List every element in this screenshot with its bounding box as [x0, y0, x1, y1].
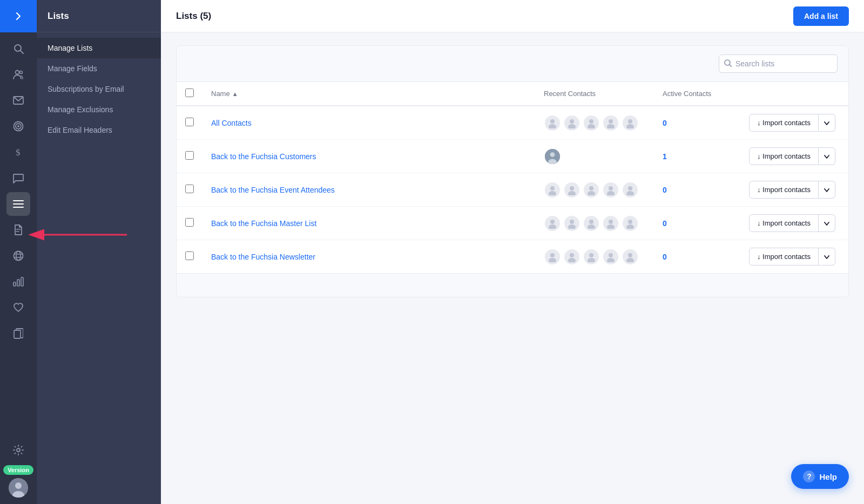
svg-point-50: [626, 191, 634, 195]
gear-nav-icon[interactable]: [6, 438, 30, 462]
help-button[interactable]: ? Help: [791, 464, 849, 489]
chat-nav-icon[interactable]: [6, 166, 30, 190]
nav-toggle[interactable]: [0, 0, 37, 32]
header-checkbox-col: [177, 82, 202, 106]
add-list-button[interactable]: Add a list: [793, 6, 849, 26]
row-checkbox[interactable]: [185, 251, 194, 260]
mail-nav-icon[interactable]: [6, 88, 30, 112]
row-checkbox-cell: [177, 106, 202, 140]
import-contacts-button[interactable]: ↓ Import contacts: [749, 248, 819, 265]
sidebar-item-edit-email-headers[interactable]: Edit Email Headers: [37, 120, 161, 140]
sidebar-item-manage-lists[interactable]: Manage Lists: [37, 38, 161, 58]
svg-point-60: [626, 224, 634, 229]
row-checkbox[interactable]: [185, 185, 194, 193]
icon-bar-bottom: Version: [3, 438, 33, 504]
svg-point-62: [549, 258, 556, 262]
globe-nav-icon[interactable]: [6, 244, 30, 268]
import-dropdown-button[interactable]: [819, 214, 835, 232]
svg-point-35: [607, 124, 615, 128]
active-contacts-cell: 0: [654, 173, 740, 207]
avatars-row: [544, 181, 645, 199]
sidebar-title: Lists: [48, 11, 69, 22]
avatar-placeholder: [583, 215, 600, 232]
lists-table-container: Name ▲ Recent Contacts Active Contacts A…: [176, 45, 849, 297]
list-name-link[interactable]: Back to the Fuchsia Event Attendees: [211, 186, 335, 194]
svg-point-47: [609, 186, 613, 190]
help-label: Help: [819, 472, 837, 481]
avatars-row: [544, 248, 645, 265]
header-recent-col: Recent Contacts: [535, 82, 654, 106]
svg-point-22: [17, 448, 20, 452]
list-name-cell: Back to the Fuchsia Master List: [202, 207, 535, 240]
chart-nav-icon[interactable]: [6, 270, 30, 294]
sidebar-item-subscriptions-by-email[interactable]: Subscriptions by Email: [37, 79, 161, 99]
svg-point-33: [588, 124, 595, 128]
user-avatar[interactable]: [9, 478, 28, 498]
svg-point-64: [568, 258, 576, 262]
svg-point-24: [15, 482, 22, 489]
row-checkbox-cell: [177, 173, 202, 207]
recent-contacts-cell: [535, 207, 654, 240]
import-contacts-button[interactable]: ↓ Import contacts: [749, 147, 819, 165]
list-name-link[interactable]: Back to the Fuchsia Master List: [211, 219, 316, 228]
sidebar-header: Lists: [37, 0, 161, 32]
sidebar-item-manage-exclusions[interactable]: Manage Exclusions: [37, 99, 161, 120]
import-btn-wrap: ↓ Import contacts: [749, 147, 840, 165]
sidebar: Lists Manage Lists Manage Fields Subscri…: [37, 0, 161, 504]
svg-rect-18: [14, 282, 16, 286]
table-row: Back to the Fuchsia Newsletter0↓ Import …: [177, 240, 848, 274]
recent-contacts-cell: [535, 106, 654, 140]
import-dropdown-button[interactable]: [819, 114, 835, 132]
main-content: Lists (5) Add a list N: [161, 0, 864, 504]
import-btn-wrap: ↓ Import contacts: [749, 114, 840, 132]
svg-point-58: [607, 224, 615, 229]
dollar-nav-icon[interactable]: $: [6, 140, 30, 164]
recent-contacts-cell: [535, 240, 654, 274]
svg-rect-20: [21, 277, 23, 286]
list-name-link[interactable]: Back to the Fuchsia Customers: [211, 152, 316, 161]
copy-nav-icon[interactable]: [6, 322, 30, 345]
search-nav-icon[interactable]: [6, 37, 30, 60]
row-checkbox[interactable]: [185, 118, 194, 126]
heart-nav-icon[interactable]: [6, 296, 30, 319]
row-checkbox[interactable]: [185, 151, 194, 160]
action-cell: ↓ Import contacts: [740, 140, 848, 173]
sidebar-item-manage-fields[interactable]: Manage Fields: [37, 58, 161, 79]
svg-point-63: [570, 253, 574, 257]
version-badge[interactable]: Version: [3, 465, 33, 475]
svg-point-66: [588, 258, 595, 262]
recent-contacts-cell: [535, 140, 654, 173]
search-input-wrap: [719, 55, 838, 73]
row-checkbox-cell: [177, 207, 202, 240]
import-contacts-button[interactable]: ↓ Import contacts: [749, 181, 819, 199]
svg-rect-19: [17, 280, 19, 286]
svg-line-1: [21, 51, 23, 53]
active-contacts-cell: 1: [654, 140, 740, 173]
active-count: 0: [663, 186, 667, 194]
avatar-placeholder: [622, 215, 639, 232]
svg-point-30: [570, 119, 574, 124]
import-dropdown-button[interactable]: [819, 181, 835, 199]
lists-nav-icon[interactable]: [6, 192, 30, 216]
avatars-row: [544, 148, 645, 165]
row-checkbox[interactable]: [185, 218, 194, 227]
list-name-link[interactable]: Back to the Fuchsia Newsletter: [211, 253, 315, 261]
import-dropdown-button[interactable]: [819, 248, 835, 265]
import-contacts-button[interactable]: ↓ Import contacts: [749, 114, 819, 132]
doc-nav-icon[interactable]: [6, 218, 30, 242]
select-all-checkbox[interactable]: [185, 88, 194, 97]
header-action-col: [740, 82, 848, 106]
name-sort[interactable]: Name ▲: [211, 90, 238, 98]
active-count: 0: [663, 253, 667, 261]
people-nav-icon[interactable]: [6, 63, 30, 86]
svg-point-29: [549, 124, 556, 128]
header-active-col: Active Contacts: [654, 82, 740, 106]
search-input[interactable]: [719, 55, 838, 73]
list-name-link[interactable]: All Contacts: [211, 119, 252, 127]
svg-point-70: [626, 258, 634, 262]
svg-point-65: [589, 253, 593, 257]
import-dropdown-button[interactable]: [819, 147, 835, 165]
active-count: 0: [663, 219, 667, 228]
import-contacts-button[interactable]: ↓ Import contacts: [749, 214, 819, 232]
target-nav-icon[interactable]: [6, 114, 30, 138]
